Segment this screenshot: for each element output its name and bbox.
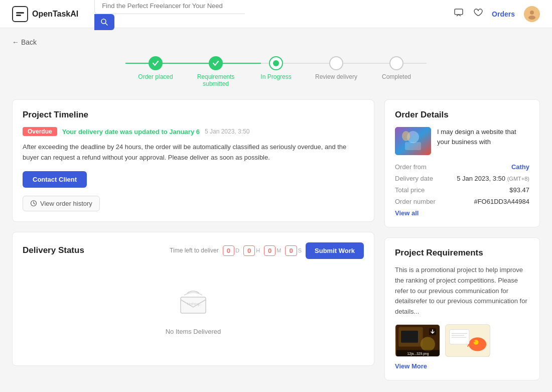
logo-text: OpenTaskAI bbox=[32, 10, 78, 19]
svg-rect-0 bbox=[16, 12, 24, 14]
step-circle-3 bbox=[269, 56, 283, 70]
time-seconds: 0 S bbox=[285, 245, 302, 256]
delivery-status-title: Delivery Status bbox=[23, 245, 84, 255]
search-input[interactable] bbox=[94, 0, 245, 14]
search-button[interactable] bbox=[94, 14, 114, 30]
avatar[interactable] bbox=[524, 6, 540, 22]
step-label-4: Review delivery bbox=[315, 73, 357, 80]
time-hours: 0 H bbox=[243, 245, 260, 256]
message-icon[interactable] bbox=[454, 8, 464, 20]
view-order-history-button[interactable]: View order history bbox=[23, 196, 100, 211]
total-price-label: Total price bbox=[395, 186, 425, 194]
orders-link[interactable]: Orders bbox=[492, 10, 515, 18]
time-hours-label: H bbox=[256, 247, 260, 253]
view-all-link[interactable]: View all bbox=[395, 209, 529, 217]
delivery-status-card: Delivery Status Time left to deliver 0 D… bbox=[12, 232, 374, 366]
project-timeline-card: Project Timeline Overdue Your delivery d… bbox=[12, 99, 374, 222]
requirements-text: This is a promotional project to help im… bbox=[395, 265, 529, 317]
time-days: 0 D bbox=[223, 245, 239, 256]
search-icon bbox=[100, 18, 108, 26]
svg-rect-4 bbox=[455, 9, 463, 15]
delivery-date-label: Delivery date bbox=[395, 175, 433, 182]
svg-rect-16 bbox=[401, 331, 418, 343]
step-completed: Completed bbox=[366, 56, 427, 80]
view-more-link[interactable]: View More bbox=[395, 362, 427, 370]
svg-point-5 bbox=[530, 11, 534, 15]
time-minutes-label: M bbox=[277, 247, 281, 253]
overdue-time: 5 Jan 2023, 3:50 bbox=[205, 128, 249, 135]
search-area bbox=[94, 0, 275, 30]
order-details-title: Order Details bbox=[395, 110, 529, 120]
project-timeline-title: Project Timeline bbox=[23, 110, 364, 120]
attachment-2[interactable] bbox=[445, 324, 490, 357]
svg-line-3 bbox=[105, 23, 107, 25]
step-label-3: In Progress bbox=[260, 73, 291, 80]
back-link[interactable]: ← Back bbox=[12, 38, 540, 46]
logo-icon bbox=[12, 6, 28, 22]
order-number-row: Order number #FO61DD3A44984 bbox=[395, 198, 529, 205]
order-product-text: I may design a website that your busines… bbox=[437, 127, 529, 155]
time-seconds-num: 0 bbox=[285, 245, 297, 256]
order-product-row: I may design a website that your busines… bbox=[395, 127, 529, 155]
step-circle-1 bbox=[149, 56, 163, 70]
svg-rect-24 bbox=[450, 329, 469, 344]
left-column: Project Timeline Overdue Your delivery d… bbox=[12, 99, 374, 380]
header-right: Orders bbox=[454, 6, 540, 22]
delivery-date-value: 5 Jan 2023, 3:50 (GMT+8) bbox=[457, 175, 529, 182]
back-arrow-icon: ← bbox=[12, 38, 19, 46]
timezone: (GMT+8) bbox=[507, 176, 529, 182]
step-label-5: Completed bbox=[382, 73, 411, 80]
time-minutes: 0 M bbox=[264, 245, 281, 256]
svg-rect-13 bbox=[405, 142, 421, 150]
order-number-value: #FO61DD3A44984 bbox=[474, 198, 529, 205]
svg-rect-1 bbox=[16, 15, 21, 16]
step-circle-4 bbox=[329, 56, 343, 70]
step-label-1: Order placed bbox=[138, 73, 173, 80]
warning-text: After exceeding the deadline by 24 hours… bbox=[23, 142, 364, 163]
download-icon bbox=[429, 328, 437, 337]
time-hours-num: 0 bbox=[243, 245, 255, 256]
progress-steps: Order placed Requirements submitted In P… bbox=[12, 56, 540, 87]
attachment-1[interactable]: 12ja...329.png bbox=[395, 324, 440, 357]
order-meta: Order from Cathy Delivery date 5 Jan 202… bbox=[395, 163, 529, 205]
delivery-header: Delivery Status Time left to deliver 0 D… bbox=[23, 242, 364, 259]
submit-work-button[interactable]: Submit Work bbox=[306, 242, 364, 259]
main-content: ← Back Order placed Requirements submitt… bbox=[0, 28, 552, 390]
view-history-label: View order history bbox=[40, 200, 92, 207]
step-requirements: Requirements submitted bbox=[186, 56, 246, 87]
step-review: Review delivery bbox=[306, 56, 366, 80]
logo[interactable]: OpenTaskAI bbox=[12, 6, 78, 22]
step-label-2: Requirements submitted bbox=[186, 73, 246, 87]
step-in-progress: In Progress bbox=[246, 56, 306, 80]
svg-point-22 bbox=[469, 337, 486, 351]
svg-text:Nothing...: Nothing... bbox=[187, 302, 202, 306]
step-circle-5 bbox=[389, 56, 403, 70]
right-column: Order Details bbox=[384, 99, 540, 380]
svg-point-23 bbox=[474, 340, 479, 345]
time-days-num: 0 bbox=[223, 245, 234, 256]
time-minutes-num: 0 bbox=[264, 245, 275, 256]
contact-client-button[interactable]: Contact Client bbox=[23, 171, 87, 188]
project-requirements-card: Project Requirements This is a promotion… bbox=[384, 237, 540, 380]
delivery-date-row: Delivery date 5 Jan 2023, 3:50 (GMT+8) bbox=[395, 175, 529, 182]
order-details-card: Order Details bbox=[384, 99, 540, 227]
svg-point-17 bbox=[421, 337, 435, 351]
heart-icon[interactable] bbox=[473, 8, 483, 20]
content-grid: Project Timeline Overdue Your delivery d… bbox=[12, 99, 540, 380]
header: OpenTaskAI Orders bbox=[0, 0, 552, 28]
svg-point-6 bbox=[528, 16, 535, 20]
step-circle-2 bbox=[209, 56, 223, 70]
svg-text:12ja...329.png: 12ja...329.png bbox=[407, 352, 429, 356]
back-label: Back bbox=[21, 38, 37, 46]
time-left-label: Time left to deliver bbox=[170, 247, 219, 254]
project-requirements-title: Project Requirements bbox=[395, 248, 529, 258]
order-number-label: Order number bbox=[395, 198, 436, 205]
total-price-row: Total price $93.47 bbox=[395, 186, 529, 194]
history-icon bbox=[30, 200, 37, 207]
steps-inner: Order placed Requirements submitted In P… bbox=[125, 56, 427, 87]
svg-point-12 bbox=[402, 131, 410, 141]
empty-text: No Items Delivered bbox=[166, 328, 221, 335]
order-from-row: Order from Cathy bbox=[395, 163, 529, 171]
order-from-label: Order from bbox=[395, 163, 427, 171]
step-order-placed: Order placed bbox=[125, 56, 186, 80]
